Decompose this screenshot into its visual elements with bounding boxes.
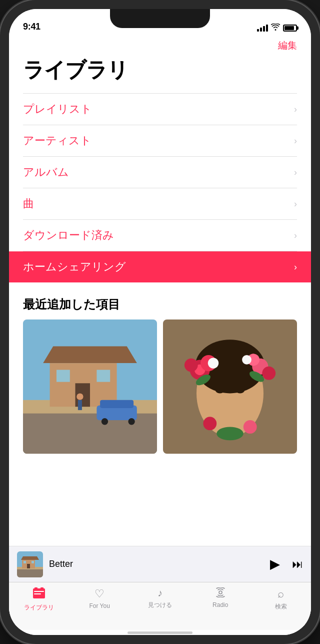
library-tab-icon	[33, 587, 45, 601]
library-tab-label: ライブラリ	[24, 603, 54, 612]
svg-point-11	[128, 418, 134, 425]
search-tab-label: 検索	[275, 602, 287, 611]
svg-point-31	[244, 420, 257, 434]
tab-library[interactable]: ライブラリ	[9, 587, 70, 612]
search-tab-icon: ⌕	[278, 587, 284, 600]
svg-rect-9	[100, 400, 134, 408]
svg-point-30	[203, 417, 216, 430]
svg-marker-37	[21, 556, 39, 560]
tab-radio[interactable]: Radio	[190, 587, 250, 608]
notch	[110, 9, 210, 28]
play-button[interactable]: ▶	[270, 556, 280, 572]
svg-rect-2	[23, 414, 157, 454]
home-indicator	[9, 630, 311, 635]
svg-rect-40	[32, 561, 34, 563]
for-you-tab-label: For You	[90, 602, 110, 609]
scroll-area: 編集 ライブラリ プレイリスト › アーティスト › アルバム ›	[9, 35, 311, 546]
battery-icon	[283, 25, 297, 32]
mini-player-title: Better	[49, 559, 264, 569]
albums-label: アルバム	[23, 165, 69, 180]
svg-rect-42	[34, 587, 38, 589]
tab-search[interactable]: ⌕ 検索	[250, 587, 311, 611]
svg-rect-13	[78, 400, 82, 410]
artists-label: アーティスト	[23, 133, 92, 148]
svg-rect-6	[56, 370, 70, 382]
mini-album-art	[17, 551, 43, 577]
svg-rect-39	[24, 561, 26, 563]
library-item-artists[interactable]: アーティスト ›	[23, 125, 297, 157]
svg-point-46	[219, 591, 222, 594]
main-content: 編集 ライブラリ プレイリスト › アーティスト › アルバム ›	[9, 35, 311, 635]
signal-icon	[257, 25, 268, 32]
playlists-label: プレイリスト	[23, 102, 92, 117]
radio-tab-icon	[214, 587, 226, 599]
chevron-icon: ›	[294, 230, 297, 241]
svg-point-10	[102, 418, 108, 425]
chevron-icon: ›	[294, 136, 297, 146]
recent-section: 最近追加した項目	[23, 296, 297, 454]
svg-point-29	[242, 355, 252, 365]
for-you-tab-icon: ♡	[94, 587, 104, 600]
svg-rect-38	[27, 564, 30, 568]
status-time: 9:41	[23, 22, 40, 32]
screen: 9:41	[9, 9, 311, 635]
svg-point-24	[262, 367, 276, 380]
library-item-songs[interactable]: 曲 ›	[23, 188, 297, 220]
phone-frame: 9:41	[0, 0, 320, 644]
svg-point-17	[216, 387, 225, 393]
svg-marker-4	[43, 347, 137, 364]
chevron-icon: ›	[294, 199, 297, 209]
edit-button-area[interactable]: 編集	[23, 35, 297, 54]
chevron-icon: ›	[294, 262, 297, 272]
recent-title: 最近追加した項目	[23, 296, 297, 312]
svg-point-12	[76, 393, 83, 400]
library-item-homesharing[interactable]: ホームシェアリング ›	[9, 251, 311, 282]
svg-point-21	[184, 359, 198, 372]
home-bar	[128, 631, 192, 634]
mini-player-controls: ▶ ⏭	[270, 556, 303, 572]
svg-rect-45	[34, 593, 41, 594]
library-item-albums[interactable]: アルバム ›	[23, 157, 297, 188]
radio-tab-label: Radio	[212, 601, 228, 608]
edit-label[interactable]: 編集	[278, 40, 297, 51]
album-thumb-1[interactable]	[23, 319, 157, 454]
page-title: ライブラリ	[23, 56, 297, 84]
browse-tab-label: 見つける	[148, 601, 172, 609]
tab-for-you[interactable]: ♡ For You	[70, 587, 130, 609]
wifi-icon	[271, 24, 280, 32]
svg-rect-35	[17, 569, 43, 577]
svg-rect-7	[96, 370, 110, 382]
downloaded-label: ダウンロード済み	[23, 228, 114, 243]
library-item-playlists[interactable]: プレイリスト ›	[23, 94, 297, 125]
svg-point-32	[216, 427, 244, 440]
tab-browse[interactable]: ♪ 見つける	[130, 587, 190, 609]
svg-point-18	[236, 387, 245, 393]
svg-point-28	[208, 358, 218, 368]
mini-player[interactable]: Better ▶ ⏭	[9, 546, 311, 582]
album-grid	[23, 319, 297, 454]
fast-forward-button[interactable]: ⏭	[292, 558, 303, 571]
album-thumb-2[interactable]	[163, 319, 297, 454]
svg-rect-44	[34, 591, 44, 592]
songs-label: 曲	[23, 196, 34, 211]
svg-rect-43	[40, 587, 44, 589]
status-icons	[257, 24, 297, 32]
browse-tab-icon: ♪	[158, 587, 162, 599]
library-item-downloaded[interactable]: ダウンロード済み ›	[23, 220, 297, 251]
library-list: プレイリスト › アーティスト › アルバム › 曲 ›	[23, 93, 297, 282]
chevron-icon: ›	[294, 104, 297, 115]
chevron-icon: ›	[294, 167, 297, 178]
homesharing-label: ホームシェアリング	[23, 259, 126, 274]
tab-bar: ライブラリ ♡ For You ♪ 見つける	[9, 582, 311, 630]
